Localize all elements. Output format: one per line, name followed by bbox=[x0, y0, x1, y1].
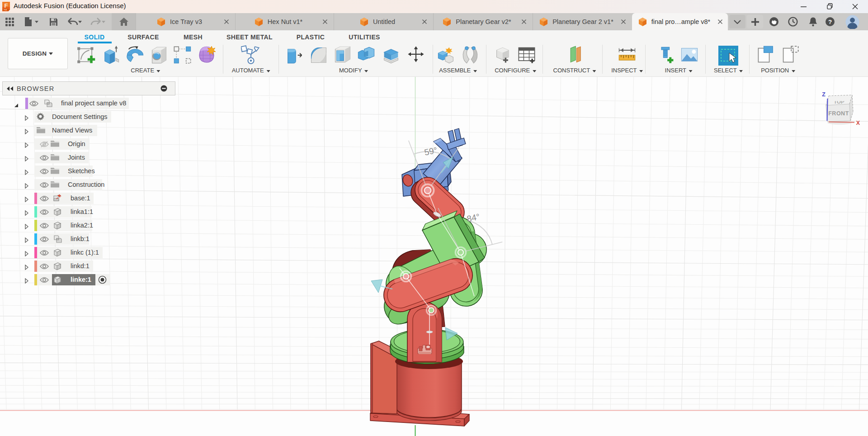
automate-button[interactable] bbox=[241, 45, 261, 65]
group-label-insert[interactable]: INSERT bbox=[665, 67, 693, 74]
tree-expand-icon[interactable] bbox=[25, 197, 28, 202]
tab-close-icon[interactable] bbox=[621, 19, 626, 24]
eye-hidden-icon[interactable] bbox=[40, 141, 49, 147]
tab-list-button[interactable] bbox=[729, 15, 745, 28]
tree-expand-icon[interactable] bbox=[25, 251, 28, 256]
group-label-create[interactable]: CREATE bbox=[131, 67, 160, 74]
minimize-button[interactable] bbox=[793, 0, 814, 13]
ribbon-tab-plastic[interactable]: PLASTIC bbox=[297, 33, 325, 41]
browser-row-linkb-1[interactable]: linkb:1 bbox=[2, 233, 175, 245]
joint-button[interactable] bbox=[460, 45, 480, 65]
tree-expand-icon[interactable] bbox=[25, 183, 28, 189]
ribbon-tab-sheet-metal[interactable]: SHEET METAL bbox=[226, 33, 273, 41]
create-sketch-button[interactable] bbox=[76, 45, 96, 65]
eye-visible-icon[interactable] bbox=[40, 182, 49, 188]
ribbon-tab-utilities[interactable]: UTILITIES bbox=[349, 33, 380, 41]
document-tab[interactable]: final pro…ample v8* bbox=[632, 13, 728, 30]
tree-expand-icon[interactable] bbox=[25, 156, 28, 161]
tree-collapse-icon[interactable] bbox=[14, 103, 19, 108]
eye-visible-icon[interactable] bbox=[40, 209, 49, 215]
document-tab[interactable]: Planetary Gear 2 v1* bbox=[533, 13, 631, 30]
hide-all-icon[interactable] bbox=[160, 85, 167, 92]
avatar[interactable] bbox=[845, 15, 859, 28]
ribbon-tab-solid[interactable]: SOLID bbox=[85, 33, 105, 41]
pattern-button[interactable] bbox=[173, 45, 193, 65]
browser-row-named-views[interactable]: Named Views bbox=[2, 125, 175, 136]
offset-face-button[interactable] bbox=[381, 45, 401, 65]
combine-button[interactable] bbox=[356, 45, 376, 65]
tree-expand-icon[interactable] bbox=[25, 224, 28, 229]
tree-expand-icon[interactable] bbox=[25, 170, 28, 175]
press-pull-button[interactable] bbox=[285, 45, 305, 65]
file-new-button[interactable] bbox=[24, 13, 39, 30]
browser-row-linke-1[interactable]: linke:1 bbox=[2, 274, 175, 285]
home-button[interactable] bbox=[112, 13, 136, 30]
tab-close-icon[interactable] bbox=[521, 19, 527, 24]
tree-expand-icon[interactable] bbox=[25, 115, 28, 121]
tree-expand-icon[interactable] bbox=[25, 237, 28, 243]
browser-row-linka2-1[interactable]: linka2:1 bbox=[2, 220, 175, 231]
construction-plane-button[interactable] bbox=[565, 45, 585, 65]
group-label-assemble[interactable]: ASSEMBLE bbox=[439, 67, 477, 74]
help-icon[interactable]: ? bbox=[823, 15, 837, 28]
tree-expand-icon[interactable] bbox=[25, 210, 28, 216]
ribbon-tab-surface[interactable]: SURFACE bbox=[127, 33, 159, 41]
new-tab-button[interactable] bbox=[747, 15, 763, 28]
eye-visible-icon[interactable] bbox=[40, 277, 49, 283]
eye-visible-icon[interactable] bbox=[29, 100, 38, 107]
eye-visible-icon[interactable] bbox=[40, 250, 49, 256]
eye-visible-icon[interactable] bbox=[40, 236, 49, 242]
insert-mcmaster-button[interactable] bbox=[656, 45, 676, 65]
undo-button[interactable] bbox=[67, 13, 82, 30]
group-label-modify[interactable]: MODIFY bbox=[339, 67, 368, 74]
redo-button[interactable] bbox=[90, 13, 105, 30]
browser-row-document-settings[interactable]: Document Settings bbox=[2, 111, 175, 123]
collapse-panel-icon[interactable] bbox=[6, 86, 14, 91]
browser-row-final-project-sample-v8[interactable]: final project sample v8 bbox=[2, 98, 175, 109]
document-tab[interactable]: Planetary Gear v2* bbox=[433, 13, 532, 30]
tree-expand-icon[interactable] bbox=[25, 278, 28, 284]
document-tab[interactable]: Untitled bbox=[334, 13, 432, 30]
extensions-icon[interactable] bbox=[767, 15, 781, 28]
hole-button[interactable] bbox=[149, 45, 169, 65]
tab-close-icon[interactable] bbox=[422, 19, 427, 24]
eye-visible-icon[interactable] bbox=[40, 223, 49, 229]
close-button[interactable] bbox=[844, 0, 865, 13]
configuration-button[interactable] bbox=[494, 45, 514, 65]
tree-expand-icon[interactable] bbox=[25, 265, 28, 270]
group-label-configure[interactable]: CONFIGURE bbox=[495, 67, 536, 74]
extrude-button[interactable] bbox=[101, 45, 121, 65]
document-tab[interactable]: Ice Tray v3 bbox=[136, 13, 234, 30]
maximize-button[interactable] bbox=[819, 0, 840, 13]
ground-radio-icon[interactable] bbox=[98, 275, 107, 284]
browser-row-joints[interactable]: Joints bbox=[2, 152, 175, 163]
revolve-button[interactable] bbox=[125, 45, 145, 65]
insert-canvas-button[interactable] bbox=[679, 45, 699, 65]
job-status-icon[interactable] bbox=[786, 15, 800, 28]
measure-button[interactable] bbox=[617, 45, 637, 65]
eye-visible-icon[interactable] bbox=[40, 195, 49, 202]
new-component-button[interactable] bbox=[436, 45, 456, 65]
tree-expand-icon[interactable] bbox=[25, 142, 28, 148]
capture-position-button[interactable] bbox=[756, 45, 776, 65]
eye-visible-icon[interactable] bbox=[40, 263, 49, 270]
move-copy-button[interactable] bbox=[406, 45, 426, 65]
browser-row-linkc-1-1[interactable]: linkc (1):1 bbox=[2, 247, 175, 258]
tab-close-icon[interactable] bbox=[224, 19, 229, 24]
ribbon-tab-mesh[interactable]: MESH bbox=[184, 33, 203, 41]
revert-position-button[interactable] bbox=[780, 45, 800, 65]
configuration-table-button[interactable] bbox=[517, 45, 537, 65]
browser-row-origin[interactable]: Origin bbox=[2, 138, 175, 150]
notifications-icon[interactable] bbox=[806, 15, 820, 28]
create-form-button[interactable] bbox=[197, 45, 217, 65]
tree-expand-icon[interactable] bbox=[25, 129, 28, 134]
group-label-automate[interactable]: AUTOMATE bbox=[232, 67, 270, 74]
browser-row-linka1-1[interactable]: linka1:1 bbox=[2, 206, 175, 218]
browser-row-sketches[interactable]: Sketches bbox=[2, 166, 175, 177]
shell-button[interactable] bbox=[333, 45, 353, 65]
fillet-button[interactable] bbox=[309, 45, 329, 65]
document-tab[interactable]: Hex Nut v1* bbox=[235, 13, 333, 30]
group-label-inspect[interactable]: INSPECT bbox=[611, 67, 643, 74]
browser-row-construction[interactable]: Construction bbox=[2, 179, 175, 190]
select-button[interactable] bbox=[718, 46, 738, 66]
